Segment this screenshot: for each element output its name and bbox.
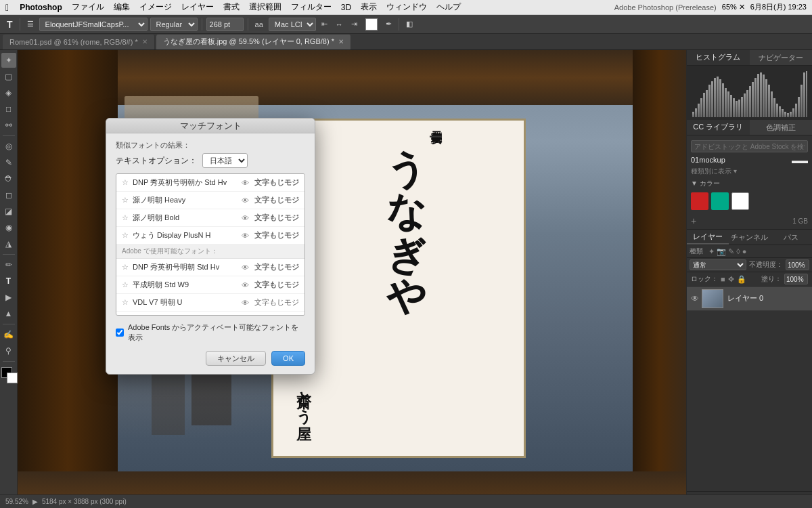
tab-unagi-close[interactable]: ✕ [338,38,344,45]
text-tool[interactable]: T [1,274,16,289]
lock-pixels-btn[interactable]: ■ [721,275,725,283]
clone-tool[interactable]: ⛑ [1,171,16,186]
text-tool-icon[interactable]: T [4,18,16,31]
view-options[interactable]: 種類別に表示 ▾ [691,167,808,176]
menu-edit[interactable]: 編集 [110,1,134,13]
tab-rome[interactable]: Rome01.psd @ 61% (rome, RGB/8#) * ✕ [3,35,155,49]
brush-tool[interactable]: ✎ [1,155,16,170]
cancel-button[interactable]: キャンセル [206,351,266,366]
svg-rect-12 [725,88,727,117]
app-name-menu[interactable]: Photoshop [16,3,66,12]
hand-tool[interactable]: ✍ [1,327,16,342]
pen-tool[interactable]: ✏ [1,257,16,272]
path-select-tool[interactable]: ▶ [1,290,16,305]
lcd-select[interactable]: Mac LCD [269,18,316,31]
font-family-select[interactable]: EloquentJFSmallCapsP... [39,18,148,31]
menu-image[interactable]: イメージ [135,1,176,13]
font-style-select[interactable]: Regular [150,18,198,31]
menu-file[interactable]: ファイル [68,1,108,13]
menu-help[interactable]: ヘルプ [432,1,465,13]
font-item-5[interactable]: ☆ DNP 秀英初号明朝 Std Hv 👁 文字もじモジ [116,259,304,276]
color-chip-red[interactable] [691,192,708,210]
crop-tool[interactable]: □ [1,102,16,117]
blend-opacity-row: 通常 不透明度： [687,258,812,272]
lasso-tool[interactable]: ◈ [1,85,16,100]
font-item-6[interactable]: ☆ 平成明朝 Std W9 👁 文字もじモジ [116,276,304,294]
eye-icon-2[interactable]: 👁 [242,196,249,205]
align-center-btn[interactable]: ↔ [333,19,346,30]
corner-tl [354,284,362,293]
svg-rect-24 [757,74,759,117]
menu-3d[interactable]: 3D [337,3,355,12]
svg-rect-11 [722,83,724,117]
align-left-btn[interactable]: ⇤ [319,18,330,30]
menu-select[interactable]: 選択範囲 [245,1,286,13]
apple-logo[interactable]:  [5,2,9,13]
font-item-8[interactable]: ☆ ウょう Display PlusN EB 👁 文字もじモジ [116,312,304,316]
shape-tool[interactable]: ▲ [1,306,16,321]
cc-library-tab[interactable]: CC ライブラリ [687,120,750,135]
layers-tab[interactable]: レイヤー [687,230,729,245]
navigator-tab[interactable]: ナビゲーター [750,50,813,65]
zoom-level: 59.52% [5,498,28,505]
gradient-tool[interactable]: ◪ [1,204,16,219]
layer-visibility-icon[interactable]: 👁 [691,294,699,303]
warp-btn[interactable]: ✒ [383,18,394,30]
lock-position-btn[interactable]: ✥ [728,275,734,284]
font-size-input[interactable] [206,18,244,31]
blend-mode-select[interactable]: 通常 [690,259,746,270]
aa-btn[interactable]: aa [252,19,266,30]
eye-icon-7[interactable]: 👁 [242,299,249,307]
color-correction-tab[interactable]: 色調補正 [750,120,813,135]
background-color[interactable] [7,373,18,383]
dodge-tool[interactable]: ◮ [1,236,16,251]
eye-icon-6[interactable]: 👁 [242,281,249,289]
menu-format[interactable]: 書式 [219,1,244,13]
grid-view-icon[interactable]: ▬▬ [792,156,808,165]
tab-rome-close[interactable]: ✕ [142,38,148,45]
font-item-1[interactable]: ☆ DNP 秀英初号明朝か Std Hv 👁 文字もじモジ [116,174,304,192]
eye-icon-1[interactable]: 👁 [242,179,249,187]
cc-search-input[interactable] [691,140,808,152]
eye-icon-4[interactable]: 👁 [242,232,249,240]
tab-unagi[interactable]: うなぎ屋の看板.jpg @ 59.5% (レイヤー 0, RGB/8) * ✕ [156,35,351,49]
menu-view[interactable]: 表示 [357,1,381,13]
move-tool[interactable]: ✦ [1,53,16,68]
menu-window[interactable]: ウィンドウ [382,1,431,13]
color-swatches[interactable] [1,367,16,382]
fill-input[interactable] [784,274,808,284]
document-btn[interactable]: ◧ [403,18,415,30]
eraser-tool[interactable]: ◻ [1,188,16,203]
spot-heal-tool[interactable]: ◎ [1,139,16,154]
svg-rect-7 [711,81,713,117]
paths-tab[interactable]: パス [770,230,812,245]
layer-item-0[interactable]: 👁 レイヤー 0 [687,287,812,311]
font-select-btn[interactable]: ☰ [24,18,37,30]
ok-button[interactable]: OK [271,351,305,366]
menu-layer[interactable]: レイヤー [177,1,218,13]
lock-all-btn[interactable]: 🔒 [737,275,746,284]
align-right-btn[interactable]: ⇥ [348,18,360,30]
color-chip-teal[interactable] [711,192,729,210]
font-item-4[interactable]: ☆ ウょう Display PlusN H 👁 文字もじモジ [116,227,304,245]
font-item-3[interactable]: ☆ 源ノ明朝 Bold 👁 文字もじモジ [116,209,304,227]
lock-label: ロック： [691,274,718,284]
color-chip-white[interactable] [731,192,749,210]
eye-icon-3[interactable]: 👁 [242,214,249,222]
adobe-fonts-checkbox[interactable] [116,329,124,337]
font-item-2[interactable]: ☆ 源ノ明朝 Heavy 👁 文字もじモジ [116,192,304,209]
add-library-btn[interactable]: + [691,215,696,226]
select-tool[interactable]: ▢ [1,69,16,84]
histogram-tab[interactable]: ヒストグラム [687,50,750,65]
channels-tab[interactable]: チャンネル [729,230,771,245]
opacity-input[interactable] [786,259,809,270]
eyedropper-tool[interactable]: ⚯ [1,118,16,133]
font-item-7[interactable]: ☆ VDL V7 明朝 U 👁 文字もじモジ [116,294,304,312]
text-option-select[interactable]: 日本語 [202,153,248,168]
menu-filter[interactable]: フィルター [287,1,336,13]
canvas-area[interactable]: うなぎや 創業安政二年 ー 齋とう屋 マッチフォント 類似フォントの結果： [18,50,686,508]
color-preview[interactable] [365,18,378,30]
zoom-tool[interactable]: ⚲ [1,343,16,358]
eye-icon-5[interactable]: 👁 [242,263,249,272]
blur-tool[interactable]: ◉ [1,220,16,235]
